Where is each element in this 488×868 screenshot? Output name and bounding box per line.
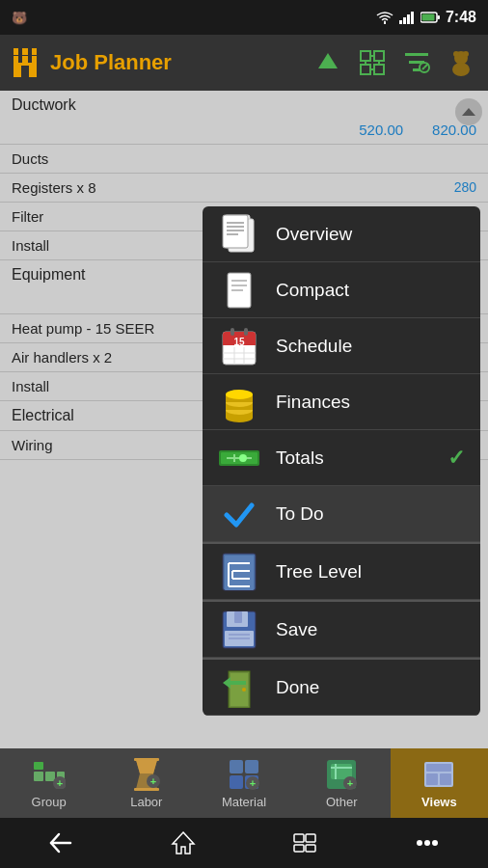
material-tab-label: Material [222,795,266,809]
main-content: Ductwork 520.00 820.00 Ducts Registers x… [0,91,488,748]
svg-rect-9 [22,56,28,65]
svg-rect-6 [421,14,434,21]
tab-group[interactable]: + Group [0,748,97,818]
save-icon [218,609,260,651]
svg-point-68 [239,454,247,462]
svg-rect-3 [411,12,414,24]
popup-item-save[interactable]: Save [203,602,480,658]
toolbar-title: Job Planner [50,50,301,75]
finances-label: Finances [276,392,465,413]
nav-bar [0,818,488,868]
done-icon [218,666,260,709]
back-button[interactable] [32,824,90,862]
compact-icon [218,269,260,312]
svg-point-121 [417,840,422,846]
svg-rect-119 [294,845,304,852]
svg-rect-56 [244,328,248,336]
filter-button[interactable] [397,43,436,82]
status-bar-left: 🐻 [12,11,368,25]
svg-rect-114 [440,773,451,785]
battery-icon [420,12,440,23]
home-button[interactable] [154,824,212,862]
popup-overlay[interactable]: Overview Compact [0,91,488,748]
svg-marker-15 [318,53,338,68]
treelevel-icon [218,551,260,593]
overview-icon [218,213,260,256]
totals-label: Totals [276,448,432,469]
toolbar-castle-icon [8,45,42,80]
todo-icon [218,493,260,535]
svg-rect-11 [14,48,18,55]
svg-rect-1 [403,17,406,24]
expand-button[interactable] [353,43,392,82]
compact-label: Compact [276,280,465,301]
svg-point-33 [452,63,470,76]
totals-check: ✓ [447,446,465,471]
finances-icon [218,381,260,423]
popup-menu: Overview Compact [203,206,480,716]
svg-rect-14 [21,66,29,77]
tab-views[interactable]: Views [391,748,488,818]
svg-rect-101 [230,775,243,789]
group-tab-icon: + [33,758,66,791]
svg-rect-79 [234,611,242,623]
popup-item-finances[interactable]: Finances [203,374,480,430]
group-tab-label: Group [32,795,67,809]
svg-rect-113 [426,773,438,785]
svg-rect-0 [399,20,402,24]
svg-marker-94 [136,760,157,773]
popup-item-compact[interactable]: Compact [203,262,480,318]
status-icons: 7:48 [376,9,476,26]
views-tab-icon [422,758,455,791]
svg-point-32 [463,51,469,57]
svg-point-122 [424,840,430,846]
logout-button[interactable] [442,43,480,82]
svg-rect-100 [245,760,258,773]
labor-tab-icon: + [130,758,163,791]
svg-text:15: 15 [233,337,245,347]
svg-rect-96 [134,788,159,791]
done-label: Done [276,677,465,698]
save-label: Save [276,619,465,640]
svg-rect-120 [306,845,315,852]
arrow-up-button[interactable] [309,43,347,82]
status-time: 7:48 [446,9,476,26]
recents-button[interactable] [276,824,334,862]
popup-item-done[interactable]: Done [203,660,480,716]
schedule-icon: 15 [218,325,260,367]
popup-item-totals[interactable]: Totals ✓ [203,430,480,486]
svg-text:+: + [150,775,156,787]
status-bar: 🐻 7:48 [0,0,488,35]
svg-rect-10 [32,56,37,65]
more-button[interactable] [398,824,456,862]
totals-icon [218,437,260,479]
svg-rect-88 [45,772,55,781]
svg-text:+: + [250,777,256,789]
overview-label: Overview [276,224,465,245]
tab-material[interactable]: + Material [195,748,292,818]
toolbar-actions [309,43,480,82]
tab-other[interactable]: + Other [293,748,391,818]
popup-item-todo[interactable]: To Do [203,486,480,542]
tab-labor[interactable]: + Labor [97,748,195,818]
app-logo: 🐻 [12,11,27,25]
popup-item-overview[interactable]: Overview [203,206,480,262]
svg-text:+: + [347,777,353,789]
svg-rect-117 [294,834,304,842]
svg-rect-95 [134,758,159,761]
svg-rect-90 [34,762,43,770]
svg-rect-118 [306,834,315,842]
svg-rect-38 [223,215,248,248]
svg-rect-16 [361,51,370,61]
svg-marker-116 [173,832,194,854]
toolbar: Job Planner [0,35,488,91]
todo-label: To Do [276,503,465,525]
other-tab-icon: + [325,758,358,791]
svg-point-31 [453,51,459,57]
svg-rect-8 [14,56,18,65]
svg-rect-5 [437,15,440,19]
svg-point-123 [432,840,438,846]
popup-item-schedule[interactable]: 15 Schedule [203,318,480,374]
svg-rect-99 [230,760,243,773]
popup-item-treelevel[interactable]: Tree Level [203,544,480,600]
